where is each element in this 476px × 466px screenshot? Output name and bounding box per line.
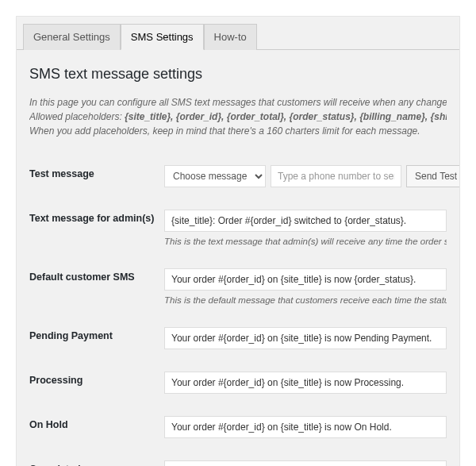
row-admin-message: Text message for admin(s) This is the te… <box>29 198 447 257</box>
onhold-input[interactable] <box>164 416 447 438</box>
label-test: Test message <box>29 165 164 179</box>
pending-input[interactable] <box>164 327 447 349</box>
row-pending: Pending Payment <box>29 316 447 360</box>
tab-general[interactable]: General Settings <box>23 24 121 50</box>
tab-howto[interactable]: How-to <box>204 24 257 50</box>
desc-line2: Allowed placeholders: {site_title}, {ord… <box>29 110 447 124</box>
tab-sms[interactable]: SMS Settings <box>121 24 204 50</box>
row-onhold: On Hold <box>29 405 447 449</box>
desc-placeholders: {site_title}, {order_id}, {order_total},… <box>125 111 447 122</box>
label-pending: Pending Payment <box>29 327 164 341</box>
row-test-message: Test message Choose message Send Test SM… <box>29 154 447 198</box>
label-completed: Completed <box>29 460 164 466</box>
test-message-select[interactable]: Choose message <box>164 165 266 187</box>
desc-prefix: Allowed placeholders: <box>29 111 125 122</box>
row-completed: Completed <box>29 449 447 466</box>
help-admin: This is the text message that admin(s) w… <box>164 237 447 246</box>
processing-input[interactable] <box>164 372 447 394</box>
send-test-sms-button[interactable]: Send Test SMS <box>406 165 460 187</box>
row-default-sms: Default customer SMS This is the default… <box>29 257 447 316</box>
help-default: This is the default message that custome… <box>164 295 447 305</box>
label-default: Default customer SMS <box>29 268 164 283</box>
label-processing: Processing <box>29 372 164 386</box>
desc-line1: In this page you can configure all SMS t… <box>29 95 447 110</box>
description: In this page you can configure all SMS t… <box>29 95 447 138</box>
label-admin: Text message for admin(s) <box>29 210 164 224</box>
page-title: SMS text message settings <box>29 66 447 83</box>
row-processing: Processing <box>29 360 447 405</box>
test-phone-input[interactable] <box>271 165 401 187</box>
label-onhold: On Hold <box>29 416 164 430</box>
tab-bar: General Settings SMS Settings How-to <box>17 17 459 50</box>
desc-line3: When you add placeholders, keep in mind … <box>29 124 447 138</box>
tab-content: SMS text message settings In this page y… <box>17 50 459 466</box>
completed-input[interactable] <box>164 460 447 466</box>
default-sms-input[interactable] <box>164 268 447 291</box>
admin-message-input[interactable] <box>164 210 447 232</box>
settings-panel: General Settings SMS Settings How-to SMS… <box>16 16 460 466</box>
